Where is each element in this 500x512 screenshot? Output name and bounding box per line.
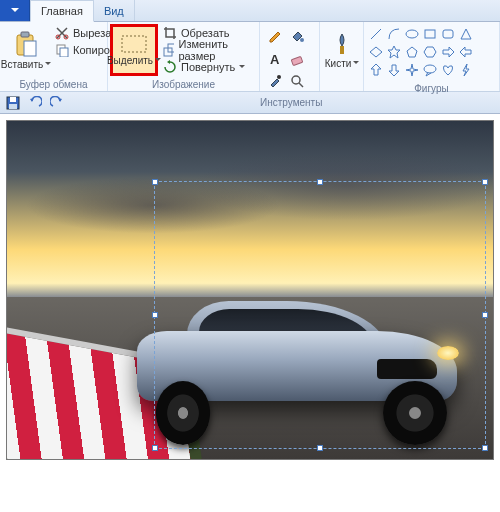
svg-rect-22 [9,104,17,109]
selection-rectangle[interactable] [154,181,486,449]
selection-handle-e[interactable] [482,312,488,318]
paste-icon [14,31,38,57]
svg-rect-12 [291,56,302,65]
selection-handle-ne[interactable] [482,179,488,185]
selection-handle-se[interactable] [482,445,488,451]
magnify-tool[interactable] [286,70,308,92]
svg-point-19 [424,65,436,73]
shape-heart[interactable] [440,62,456,78]
shape-line[interactable] [368,26,384,42]
resize-button[interactable]: Изменить размер [158,41,257,58]
fill-tool[interactable] [286,26,308,48]
shape-pentagon[interactable] [404,44,420,60]
group-clipboard-label: Буфер обмена [0,78,107,92]
svg-rect-21 [10,97,16,102]
redo-icon [50,96,64,110]
pencil-icon [268,30,282,44]
shape-diamond[interactable] [386,44,402,60]
group-tools: A Инструменты [260,22,320,91]
group-tools-label: Инструменты [260,96,319,110]
undo-button[interactable] [26,94,44,112]
app-menu-button[interactable] [0,0,30,21]
shape-curve[interactable] [386,26,402,42]
group-brushes: Кисти [320,22,364,91]
brush-icon [332,32,352,56]
tab-home[interactable]: Главная [30,0,94,22]
resize-icon [163,43,174,57]
svg-point-14 [292,76,300,84]
group-shapes-label: Фигуры [364,82,499,96]
group-clipboard: Вставить Вырезать Копировать Буфер обмен… [0,22,108,91]
shape-roundrect[interactable] [440,26,456,42]
ribbon: Вставить Вырезать Копировать Буфер обмен… [0,22,500,92]
brushes-label: Кисти [325,58,352,69]
shape-hexagon[interactable] [422,44,438,60]
selection-handle-w[interactable] [152,312,158,318]
pencil-tool[interactable] [264,26,286,48]
svg-rect-2 [24,41,36,56]
group-shapes: Фигуры [364,22,500,91]
picker-icon [268,74,282,88]
chevron-down-icon [353,61,359,67]
redo-button[interactable] [48,94,66,112]
svg-rect-1 [21,32,29,37]
rotate-label: Повернуть [181,61,235,73]
canvas-image[interactable] [6,120,494,460]
shape-triangle[interactable] [368,44,384,60]
tab-view[interactable]: Вид [94,0,135,21]
canvas-area[interactable] [0,114,500,512]
paste-label: Вставить [1,59,43,70]
picker-tool[interactable] [264,70,286,92]
text-tool[interactable]: A [264,48,286,70]
selection-handle-n[interactable] [317,179,323,185]
copy-icon [55,43,69,57]
eraser-icon [290,52,304,66]
shapes-gallery[interactable] [366,24,486,80]
selection-handle-s[interactable] [317,445,323,451]
svg-point-16 [406,30,418,38]
save-icon [6,96,20,110]
title-bar: Главная Вид [0,0,500,22]
shape-rect[interactable] [422,26,438,42]
crop-icon [163,26,177,40]
selection-handle-sw[interactable] [152,445,158,451]
select-button[interactable]: Выделить [110,24,158,76]
rotate-icon [163,60,177,74]
magnify-icon [290,74,304,88]
shape-star4[interactable] [404,62,420,78]
chevron-down-icon [239,65,245,71]
shape-arrow-up[interactable] [368,62,384,78]
shape-callout[interactable] [422,62,438,78]
svg-rect-17 [425,30,435,38]
svg-point-13 [277,75,281,79]
shape-arrow-down[interactable] [386,62,402,78]
svg-point-10 [300,38,304,42]
undo-icon [28,96,42,110]
select-icon [121,35,147,53]
save-button[interactable] [4,94,22,112]
rotate-button[interactable]: Повернуть [158,58,257,75]
paste-button[interactable]: Вставить [2,24,50,76]
selection-handle-nw[interactable] [152,179,158,185]
select-label: Выделить [107,55,153,66]
chevron-down-icon [45,62,51,68]
text-icon: A [268,52,282,66]
svg-text:A: A [270,52,280,66]
eraser-tool[interactable] [286,48,308,70]
svg-rect-7 [122,36,146,52]
svg-rect-15 [340,46,344,54]
brushes-button[interactable]: Кисти [322,24,362,76]
shape-arrow-right[interactable] [440,44,456,60]
shape-arrow-left[interactable] [458,44,474,60]
shape-lightning[interactable] [458,62,474,78]
group-brushes-label [320,78,363,92]
bucket-icon [290,30,304,44]
svg-rect-6 [60,48,68,57]
svg-rect-18 [443,30,453,38]
shape-polygon[interactable] [458,26,474,42]
group-image-label: Изображение [108,78,259,92]
cut-icon [55,26,69,40]
group-image: Выделить Обрезать Изменить размер Поверн… [108,22,260,91]
shape-oval[interactable] [404,26,420,42]
